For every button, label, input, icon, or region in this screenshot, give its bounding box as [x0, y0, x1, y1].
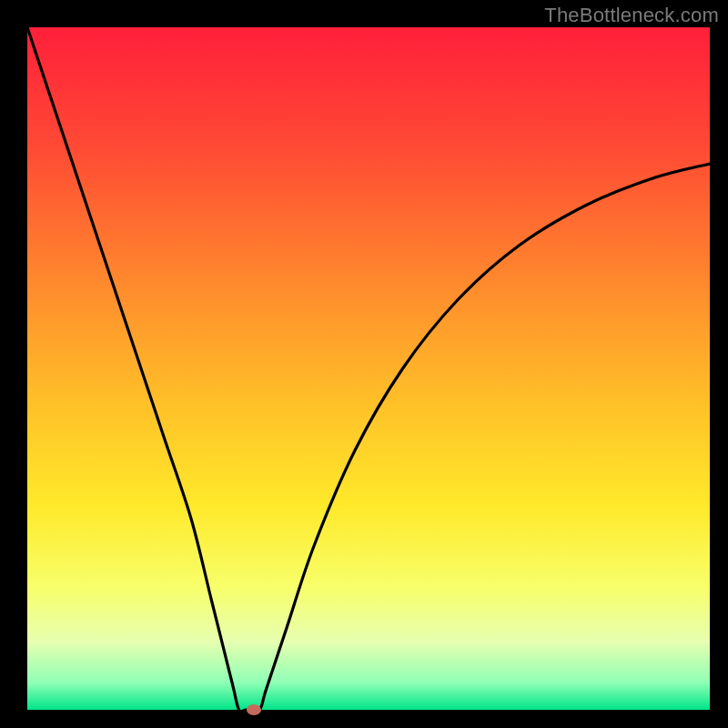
watermark-text: TheBottleneck.com [544, 4, 719, 27]
plot-background [27, 27, 710, 710]
chart-frame: TheBottleneck.com [0, 0, 728, 728]
chart-svg [0, 0, 728, 728]
minimum-marker [247, 704, 261, 715]
